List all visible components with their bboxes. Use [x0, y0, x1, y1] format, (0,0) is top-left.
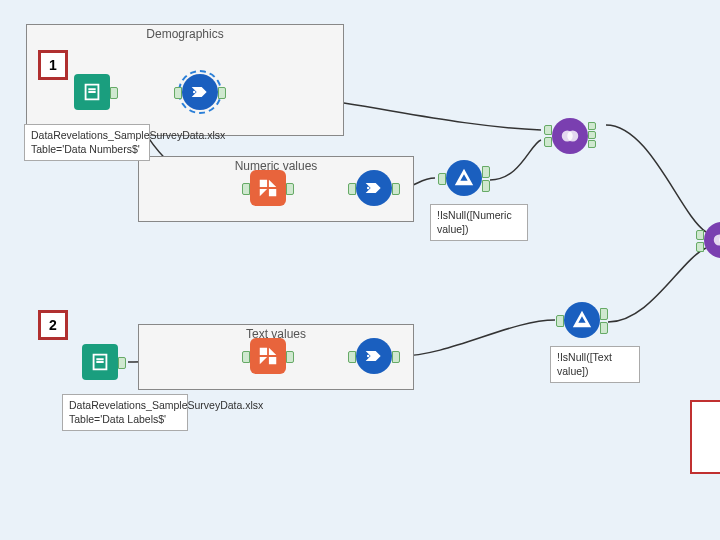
input-data-tool[interactable] — [74, 74, 110, 110]
step-badge-2: 2 — [38, 310, 68, 340]
annotation-filter-2: !IsNull([Text value]) — [550, 346, 640, 383]
select-tool[interactable] — [182, 74, 218, 110]
transpose-tool[interactable] — [250, 170, 286, 206]
annotation-filter-1: !IsNull([Numeric value]) — [430, 204, 528, 241]
transpose-tool[interactable] — [250, 338, 286, 374]
svg-point-0 — [193, 91, 196, 94]
union-tool[interactable] — [704, 222, 720, 258]
join-tool[interactable] — [552, 118, 588, 154]
filter-tool[interactable] — [564, 302, 600, 338]
select-tool[interactable] — [356, 338, 392, 374]
svg-point-3 — [567, 131, 578, 142]
annotation-input-2: DataRevelations_SampleSurveyData.xlsx Ta… — [62, 394, 188, 431]
container-title: Demographics — [27, 27, 343, 41]
filter-tool[interactable] — [446, 160, 482, 196]
workflow-canvas[interactable]: Demographics Numeric values Text values … — [0, 0, 720, 540]
annotation-input-1: DataRevelations_SampleSurveyData.xlsx Ta… — [24, 124, 150, 161]
svg-point-6 — [367, 355, 370, 358]
input-data-tool[interactable] — [82, 344, 118, 380]
svg-point-4 — [714, 235, 720, 246]
select-tool[interactable] — [356, 170, 392, 206]
highlight-box — [690, 400, 720, 474]
svg-point-1 — [367, 187, 370, 190]
step-badge-1: 1 — [38, 50, 68, 80]
